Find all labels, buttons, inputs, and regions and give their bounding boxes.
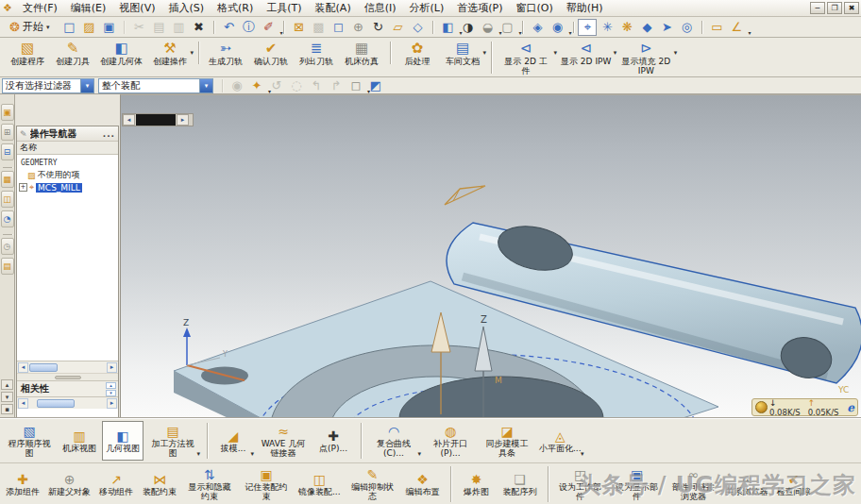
scroll-track[interactable]: [29, 363, 106, 372]
web-browser-icon[interactable]: ◔: [1, 210, 14, 227]
dropdown-arrow-icon[interactable]: [196, 450, 200, 458]
view-menu-icon[interactable]: ✐: [259, 19, 278, 36]
rotate-part-icon[interactable]: ◈: [528, 19, 547, 36]
remember-constraints-button[interactable]: ▣ 记住装配约束: [239, 464, 294, 504]
zoom-window-icon[interactable]: ◻: [329, 19, 347, 36]
generate-toolpath-button[interactable]: ➳ 生成刀轨: [204, 40, 247, 66]
dropdown-arrow-icon[interactable]: [190, 49, 194, 57]
show-2d-workpiece-button[interactable]: ⊲ 显示 2D 工件: [497, 40, 555, 76]
constraint-navigator-icon[interactable]: ⊞: [1, 124, 14, 141]
tree-item-mcs-mill[interactable]: ⌖ MCS_MILL: [17, 181, 118, 193]
snap-point-icon[interactable]: ❋: [617, 19, 636, 36]
menu-item[interactable]: 文件(F): [16, 0, 64, 16]
angle-measure-icon[interactable]: ∠: [727, 19, 746, 36]
assembly-constraint-icon[interactable]: ✳: [598, 19, 616, 36]
panel-scroll-down-icon[interactable]: ▾: [1, 392, 13, 402]
paste-icon[interactable]: ▥: [169, 19, 188, 36]
panel-scroll-up-icon[interactable]: ▴: [1, 379, 13, 390]
selection-scope-combo[interactable]: 整个装配: [98, 78, 213, 93]
cut-icon[interactable]: ✂: [129, 19, 148, 36]
find-component-icon[interactable]: ◉: [228, 77, 246, 94]
patch-opening-button[interactable]: ◍ 补片开口(P)...: [423, 421, 478, 461]
system-materials-icon[interactable]: ▤: [1, 258, 14, 275]
command-finder-icon[interactable]: ⓘ: [239, 19, 258, 36]
orient-view-icon[interactable]: ◧: [438, 19, 457, 36]
scroll-thumb[interactable]: [37, 399, 75, 408]
spin-down-icon[interactable]: [106, 390, 116, 396]
copy-icon[interactable]: ▤: [149, 19, 168, 36]
point-dialog-icon[interactable]: ◆: [637, 19, 656, 36]
viewport-scrollbar[interactable]: [122, 113, 194, 126]
reverse-selection-icon[interactable]: ↺: [267, 77, 286, 94]
previous-selection-icon[interactable]: ↰: [307, 77, 326, 94]
menu-item[interactable]: 分析(L): [403, 0, 451, 16]
draft-button[interactable]: ◢ 拔模...: [212, 421, 254, 461]
verify-toolpath-button[interactable]: ✔ 确认刀轨: [249, 40, 293, 66]
menu-item[interactable]: 插入(S): [161, 0, 211, 16]
dropdown-arrow-icon[interactable]: [482, 49, 486, 57]
scroll-left-icon[interactable]: [18, 398, 28, 409]
rotate-view-icon[interactable]: ↻: [368, 19, 387, 36]
dropdown-arrow-icon[interactable]: [518, 29, 521, 36]
postprocess-button[interactable]: ✿ 后处理: [396, 40, 439, 66]
select-menu-icon[interactable]: ✦: [247, 77, 266, 94]
background-icon[interactable]: ▢: [498, 19, 516, 36]
tree-item-unused[interactable]: ▨ 不使用的项: [17, 169, 118, 181]
scroll-thumb[interactable]: [136, 114, 176, 126]
open-icon[interactable]: ▨: [79, 19, 98, 36]
tree-item-geometry[interactable]: GEOMETRY: [17, 157, 118, 169]
fit-view-icon[interactable]: ⊠: [289, 19, 308, 36]
create-operation-button[interactable]: ⚒ 创建操作: [148, 40, 192, 66]
combo-dropdown-icon[interactable]: [80, 79, 93, 92]
dropdown-arrow-icon[interactable]: [748, 29, 751, 36]
new-parent-button[interactable]: ⊕ 新建父对象: [45, 464, 93, 504]
close-button[interactable]: ✖: [844, 2, 859, 14]
mirror-assembly-button[interactable]: ◫ 镜像装配...: [295, 464, 344, 504]
rectangle-select-icon[interactable]: ◻: [346, 77, 365, 94]
net-speed-monitor[interactable]: ↓ 0.08K/S ↑ 0.05K/S e: [751, 398, 858, 416]
composite-curve-button[interactable]: ◠ 复合曲线(C)...: [366, 421, 421, 461]
panel-menu-icon[interactable]: ▪: [1, 404, 13, 414]
show-hide-constraints-button[interactable]: ⇅ 显示和隐藏约束: [182, 464, 237, 504]
save-icon[interactable]: ▣: [99, 19, 118, 36]
zoom-box-icon[interactable]: ▩: [309, 19, 328, 36]
geometry-view-button[interactable]: ◧ 几何视图: [102, 421, 144, 461]
dropdown-arrow-icon[interactable]: [581, 450, 584, 458]
navigator-overflow-button[interactable]: ...: [103, 129, 115, 139]
menu-item[interactable]: 装配(A): [309, 0, 358, 16]
program-order-view-button[interactable]: ▧ 程序顺序视图: [2, 421, 57, 461]
edit-arrangement-button[interactable]: ❖ 编辑布置: [402, 464, 444, 504]
edit-suppression-button[interactable]: ✎ 编辑抑制状态: [346, 464, 400, 504]
machining-method-view-button[interactable]: ▤ 加工方法视图: [145, 421, 200, 461]
assembly-constraints-button[interactable]: ⋈ 装配约束: [139, 464, 180, 504]
exploded-view-button[interactable]: ✸ 爆炸图: [456, 464, 498, 504]
menu-item[interactable]: 窗口(O): [509, 0, 559, 16]
new-icon[interactable]: □: [59, 19, 78, 36]
scroll-left-icon[interactable]: [18, 362, 28, 373]
pan-icon[interactable]: ▱: [388, 19, 407, 36]
list-toolpath-button[interactable]: ≣ 列出刀轨: [295, 40, 338, 66]
dropdown-arrow-icon[interactable]: [250, 450, 254, 458]
hd3d-tools-icon[interactable]: ◫: [1, 191, 14, 208]
dependencies-header[interactable]: 相关性: [17, 380, 118, 396]
scroll-right-icon[interactable]: [177, 114, 189, 126]
reuse-library-icon[interactable]: ▦: [1, 171, 14, 188]
delete-icon[interactable]: ✖: [189, 19, 208, 36]
loop-selection-icon[interactable]: ◌: [287, 77, 306, 94]
pin-icon[interactable]: ✎: [20, 129, 27, 139]
measure-icon[interactable]: ▭: [707, 19, 726, 36]
history-icon[interactable]: ◷: [1, 238, 14, 255]
create-tool-button[interactable]: ✎ 创建刀具: [51, 40, 94, 66]
part-navigator-icon[interactable]: ⊟: [1, 143, 14, 160]
browser-icon[interactable]: e: [847, 401, 854, 414]
undo-icon[interactable]: ↶: [219, 19, 238, 36]
wave-geometry-linker-button[interactable]: ≈ WAVE 几何链接器: [256, 421, 311, 461]
splitter-grip[interactable]: [55, 376, 81, 379]
move-part-icon[interactable]: ◉: [548, 19, 566, 36]
panel-splitter[interactable]: [17, 373, 118, 380]
navigator-hscrollbar[interactable]: [17, 361, 118, 373]
menu-item[interactable]: 信息(I): [358, 0, 403, 16]
scroll-right-icon[interactable]: [107, 362, 117, 373]
create-geometry-button[interactable]: ◧ 创建几何体: [96, 40, 146, 66]
create-program-button[interactable]: ▧ 创建程序: [6, 40, 49, 66]
